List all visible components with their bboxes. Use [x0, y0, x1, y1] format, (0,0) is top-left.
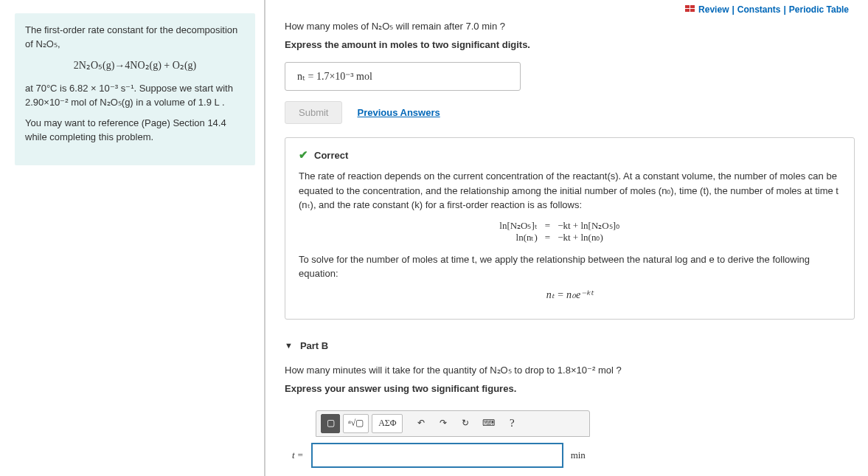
- eq-rhs: −kt + ln(n₀): [558, 232, 668, 244]
- feedback-eq2: ln(nₜ) = −kt + ln(n₀): [299, 232, 841, 244]
- part-a-buttons: Submit Previous Answers: [285, 101, 855, 124]
- eq-lhs: ln[N₂O₅]ₜ: [471, 220, 538, 232]
- context-p3: You may want to reference (Page) Section…: [25, 117, 245, 145]
- root-button[interactable]: ⁿ√▢: [343, 414, 369, 433]
- reset-button[interactable]: ↻: [456, 414, 475, 433]
- svg-rect-0: [685, 5, 690, 8]
- top-links: Review | Constants | Periodic Table: [685, 4, 849, 15]
- context-p2: at 70°C is 6.82 × 10⁻³ s⁻¹. Suppose we s…: [25, 82, 245, 110]
- part-a-question: How many moles of N₂O₅ will remain after…: [285, 21, 855, 32]
- sep: |: [732, 4, 734, 15]
- answer-toolbar: ▢ ⁿ√▢ ΑΣΦ ↶ ↷ ↻ ⌨ ?: [316, 410, 590, 437]
- variable-label: t =: [292, 449, 304, 461]
- check-icon: ✔: [299, 148, 308, 162]
- context-p1: The first-order rate constant for the de…: [25, 24, 245, 52]
- svg-rect-2: [685, 9, 690, 12]
- problem-work-panel: Review | Constants | Periodic Table How …: [265, 0, 868, 476]
- templates-button[interactable]: ▢: [321, 414, 340, 433]
- answer-input[interactable]: [311, 443, 563, 468]
- part-a-instruction: Express the amount in moles to two signi…: [285, 39, 855, 50]
- previous-answers-link[interactable]: Previous Answers: [357, 107, 440, 118]
- eq-eq: =: [545, 220, 550, 232]
- feedback-text-2: To solve for the number of moles at time…: [299, 252, 841, 281]
- eq-eq: =: [545, 232, 550, 244]
- help-button[interactable]: ?: [502, 414, 521, 433]
- context-box: The first-order rate constant for the de…: [15, 13, 255, 165]
- problem-context-panel: The first-order rate constant for the de…: [0, 0, 265, 476]
- undo-button[interactable]: ↶: [412, 414, 431, 433]
- caret-down-icon: ▼: [285, 341, 293, 350]
- svg-rect-3: [690, 9, 695, 12]
- constants-link[interactable]: Constants: [737, 4, 781, 15]
- feedback-eq1: ln[N₂O₅]ₜ = −kt + ln[N₂O₅]₀: [299, 220, 841, 232]
- part-b-title: Part B: [300, 340, 328, 351]
- periodic-table-link[interactable]: Periodic Table: [789, 4, 849, 15]
- eq-rhs: −kt + ln[N₂O₅]₀: [558, 220, 668, 232]
- keyboard-button[interactable]: ⌨: [478, 414, 499, 433]
- redo-button[interactable]: ↷: [434, 414, 453, 433]
- correct-indicator: ✔ Correct: [299, 148, 841, 162]
- submit-button: Submit: [285, 101, 342, 124]
- feedback-box: ✔ Correct The rate of reaction depends o…: [285, 137, 855, 320]
- greek-button[interactable]: ΑΣΦ: [372, 414, 403, 433]
- review-link[interactable]: Review: [698, 4, 729, 15]
- part-b-question: How many minutes will it take for the qu…: [285, 365, 855, 376]
- svg-rect-1: [690, 5, 695, 8]
- part-a: How many moles of N₂O₅ will remain after…: [285, 21, 855, 320]
- context-equation: 2N₂O₅(g)→4NO₂(g) + O₂(g): [25, 59, 245, 72]
- part-a-answer-display: nₜ = 1.7×10⁻³ mol: [285, 62, 521, 91]
- context-formula: N₂O₅,: [35, 38, 60, 49]
- sep: |: [784, 4, 786, 15]
- correct-label: Correct: [314, 150, 348, 161]
- part-b-header[interactable]: ▼ Part B: [285, 340, 855, 351]
- part-b-instruction: Express your answer using two significan…: [285, 383, 855, 394]
- answer-input-row: t = min: [285, 443, 855, 468]
- feedback-eq3: nₜ = n₀e⁻ᵏᵗ: [299, 289, 841, 301]
- feedback-text-1: The rate of reaction depends on the curr…: [299, 169, 841, 213]
- flag-icon[interactable]: [685, 4, 695, 15]
- unit-label: min: [571, 449, 586, 461]
- eq-lhs: ln(nₜ): [471, 232, 538, 244]
